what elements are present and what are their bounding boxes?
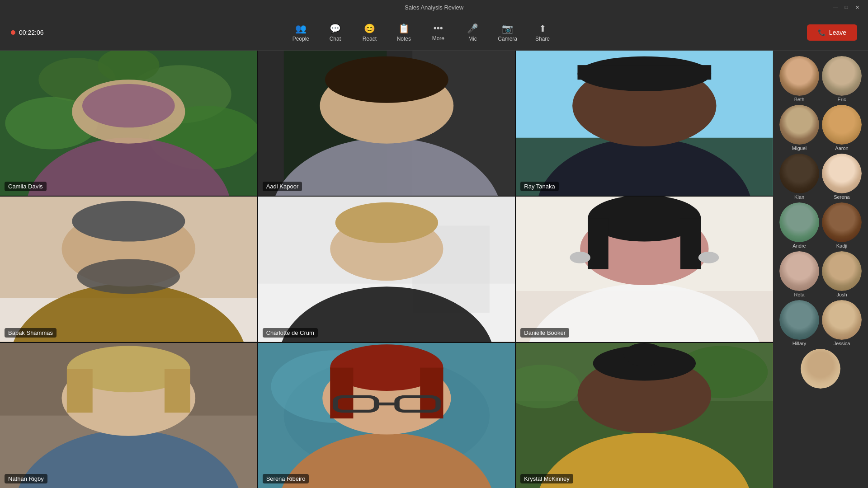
name-aadi: Aadi Kapoor xyxy=(263,182,302,191)
sidebar-row-3: Kian Serena xyxy=(777,154,864,200)
share-button[interactable]: ⬆ Share xyxy=(526,19,559,46)
toolbar-actions: 👥 People 💬 Chat 😊 React 📋 Notes ••• More… xyxy=(284,19,559,46)
video-cell-ray[interactable]: Ray Tanaka xyxy=(516,51,773,196)
thumb-kian[interactable] xyxy=(779,154,819,193)
thumb-andre[interactable] xyxy=(779,202,819,242)
notes-button[interactable]: 📋 Notes xyxy=(387,19,420,46)
share-label: Share xyxy=(535,36,550,42)
svg-point-26 xyxy=(77,259,180,294)
name-babak: Babak Shammas xyxy=(5,328,57,338)
react-button[interactable]: 😊 React xyxy=(353,19,386,46)
video-cell-charlotte[interactable]: Charlotte de Crum xyxy=(258,197,515,342)
name-serena: Serena xyxy=(834,194,849,200)
sidebar-participant-jessica[interactable]: Jessica xyxy=(822,300,862,346)
mic-icon: 🎤 xyxy=(467,23,478,34)
timer: 00:22:06 xyxy=(11,29,44,36)
svg-rect-20 xyxy=(578,65,712,80)
close-button[interactable]: ✕ xyxy=(854,4,861,11)
sidebar-participant-eric[interactable]: Eric xyxy=(822,56,862,102)
video-cell-babak[interactable]: Babak Shammas xyxy=(0,197,257,342)
svg-point-25 xyxy=(72,201,185,242)
sidebar-row-7 xyxy=(777,349,864,389)
thumb-eric[interactable] xyxy=(822,56,862,96)
thumb-reta[interactable] xyxy=(779,251,819,291)
leave-label: Leave xyxy=(829,29,846,36)
thumb-beth[interactable] xyxy=(779,56,819,96)
sidebar-participant-josh[interactable]: Josh xyxy=(822,251,862,297)
sidebar-participant-kadji[interactable]: Kadji xyxy=(822,202,862,249)
thumb-kadji[interactable] xyxy=(822,202,862,242)
name-danielle: Danielle Booker xyxy=(520,328,569,338)
mic-button[interactable]: 🎤 Mic xyxy=(456,19,489,46)
react-icon: 😊 xyxy=(364,23,375,34)
video-cell-camila[interactable]: Camila Davis xyxy=(0,51,257,196)
title-text: Sales Analysis Review xyxy=(405,4,463,11)
video-cell-nathan[interactable]: Nathan Rigby xyxy=(0,343,257,488)
svg-point-32 xyxy=(335,202,438,243)
sidebar-participant-aaron[interactable]: Aaron xyxy=(822,105,862,151)
people-button[interactable]: 👥 People xyxy=(284,19,317,46)
video-cell-serena-ribeiro[interactable]: Serena Ribeiro xyxy=(258,343,515,488)
svg-rect-39 xyxy=(680,219,701,269)
sidebar-row-4: Andre Kadji xyxy=(777,202,864,249)
name-camila: Camila Davis xyxy=(5,182,47,191)
leave-phone-icon: 📞 xyxy=(818,29,826,36)
thumb-jessica[interactable] xyxy=(822,300,862,340)
video-cell-aadi[interactable]: Aadi Kapoor xyxy=(258,51,515,196)
svg-rect-47 xyxy=(67,369,93,412)
sidebar-participant-miguel[interactable]: Miguel xyxy=(779,105,819,151)
sidebar-row-1: Beth Eric xyxy=(777,56,864,102)
name-reta: Reta xyxy=(794,292,804,297)
camera-icon: 📷 xyxy=(502,23,513,34)
sidebar-participant-beth[interactable]: Beth xyxy=(779,56,819,102)
title-bar: Sales Analysis Review — □ ✕ xyxy=(0,0,868,14)
svg-rect-48 xyxy=(165,369,190,412)
name-miguel: Miguel xyxy=(792,145,807,151)
sidebar-row-5: Reta Josh xyxy=(777,251,864,297)
name-ray: Ray Tanaka xyxy=(520,182,558,191)
name-nathan: Nathan Rigby xyxy=(5,474,47,483)
toolbar: 00:22:06 👥 People 💬 Chat 😊 React 📋 Notes… xyxy=(0,14,868,51)
name-eric: Eric xyxy=(838,97,846,102)
chat-button[interactable]: 💬 Chat xyxy=(319,19,351,46)
notes-icon: 📋 xyxy=(398,23,410,34)
mic-label: Mic xyxy=(468,36,477,42)
recording-indicator xyxy=(11,30,15,35)
svg-point-41 xyxy=(698,252,719,263)
people-label: People xyxy=(292,36,309,42)
video-grid: Camila Davis Aadi Kapoor xyxy=(0,51,773,488)
camera-button[interactable]: 📷 Camera xyxy=(491,19,524,46)
sidebar-participant-andre[interactable]: Andre xyxy=(779,202,819,249)
camera-label: Camera xyxy=(498,36,517,42)
thumb-miguel[interactable] xyxy=(779,105,819,145)
name-josh: Josh xyxy=(836,292,847,297)
thumb-josh[interactable] xyxy=(822,251,862,291)
video-cell-krystal[interactable]: Krystal McKinney xyxy=(516,343,773,488)
thumb-hillary[interactable] xyxy=(779,300,819,340)
name-charlotte: Charlotte de Crum xyxy=(263,328,318,338)
name-jessica: Jessica xyxy=(834,341,850,346)
leave-button[interactable]: 📞 Leave xyxy=(807,24,857,41)
sidebar: Beth Eric Miguel Aaron xyxy=(773,51,868,488)
name-serena-ribeiro: Serena Ribeiro xyxy=(263,474,309,483)
name-beth: Beth xyxy=(794,97,805,102)
sidebar-row-2: Miguel Aaron xyxy=(777,105,864,151)
thumb-serena[interactable] xyxy=(822,154,862,193)
svg-point-40 xyxy=(570,252,590,263)
sidebar-participant-kian[interactable]: Kian xyxy=(779,154,819,200)
sidebar-participant-hillary[interactable]: Hillary xyxy=(779,300,819,346)
svg-point-67 xyxy=(624,343,665,366)
name-hillary: Hillary xyxy=(793,341,807,346)
main-content: Camila Davis Aadi Kapoor xyxy=(0,51,868,488)
sidebar-participant-last[interactable] xyxy=(801,349,840,389)
timer-display: 00:22:06 xyxy=(19,29,44,36)
minimize-button[interactable]: — xyxy=(832,4,839,11)
sidebar-participant-serena[interactable]: Serena xyxy=(822,154,862,200)
more-button[interactable]: ••• More xyxy=(422,19,454,45)
sidebar-participant-reta[interactable]: Reta xyxy=(779,251,819,297)
video-cell-danielle[interactable]: Danielle Booker xyxy=(516,197,773,342)
thumb-aaron[interactable] xyxy=(822,105,862,145)
maximize-button[interactable]: □ xyxy=(843,4,850,11)
thumb-last[interactable] xyxy=(801,349,840,389)
people-icon: 👥 xyxy=(295,23,307,34)
